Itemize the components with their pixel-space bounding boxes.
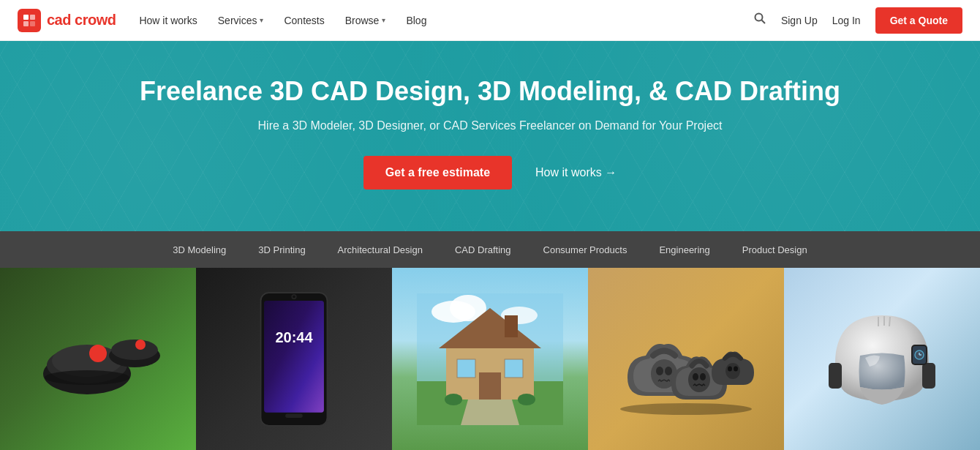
how-it-works-link[interactable]: How it works → [535,166,617,179]
svg-point-4 [755,14,762,21]
signup-link[interactable]: Sign Up [781,15,818,26]
svg-point-39 [688,367,710,392]
category-product-design[interactable]: Product Design [726,231,823,268]
svg-rect-34 [505,315,518,337]
gallery: 20:44 [0,268,980,450]
category-3d-modeling[interactable]: 3D Modeling [157,231,242,268]
svg-rect-20 [285,413,303,417]
svg-point-41 [700,373,706,380]
hero-subtitle: Hire a 3D Modeler, 3D Designer, or CAD S… [258,119,723,132]
svg-rect-0 [23,15,29,20]
search-icon[interactable] [753,12,766,29]
svg-point-43 [728,366,732,371]
logo[interactable]: cad crowd [18,9,116,32]
category-bar: 3D Modeling 3D Printing Architectural De… [0,231,980,268]
category-3d-printing[interactable]: 3D Printing [242,231,321,268]
logo-icon [18,9,41,32]
gallery-item-product-design[interactable] [784,268,980,450]
svg-rect-29 [505,359,523,378]
hero-title: Freelance 3D CAD Design, 3D Modeling, & … [140,75,840,107]
svg-rect-45 [922,363,935,389]
gallery-item-consumer-products[interactable] [588,268,784,450]
category-cad-drafting[interactable]: CAD Drafting [439,231,527,268]
svg-point-12 [111,340,158,360]
hero-actions: Get a free estimate How it works → [363,156,617,190]
nav-blog[interactable]: Blog [406,15,426,26]
svg-point-44 [734,366,738,371]
category-engineering[interactable]: Engineering [643,231,725,268]
svg-point-32 [445,394,462,405]
svg-rect-30 [479,372,501,400]
svg-point-35 [620,403,752,415]
svg-text:20:44: 20:44 [275,329,313,345]
chevron-down-icon: ▾ [260,16,263,24]
nav-links: How it works Services ▾ Contests Browse … [139,15,753,26]
get-quote-button[interactable]: Get a Quote [875,7,962,34]
nav-services[interactable]: Services ▾ [218,15,264,26]
nav-contests[interactable]: Contests [284,15,324,26]
svg-marker-31 [461,400,519,425]
navbar: cad crowd How it works Services ▾ Contes… [0,0,980,41]
nav-right: Sign Up Log In Get a Quote [753,7,962,34]
svg-line-49 [889,317,890,326]
svg-rect-16 [264,301,324,413]
svg-rect-1 [30,15,35,20]
svg-point-42 [725,363,740,379]
svg-rect-28 [457,359,475,378]
svg-rect-3 [30,21,35,26]
nav-how-it-works[interactable]: How it works [139,15,197,26]
hero-section: Freelance 3D CAD Design, 3D Modeling, & … [0,41,980,231]
svg-point-19 [293,295,295,298]
svg-point-38 [665,367,672,375]
svg-point-10 [45,370,129,385]
gallery-item-architectural[interactable] [392,268,588,450]
chevron-down-icon: ▾ [382,16,385,24]
svg-point-13 [135,340,146,350]
svg-rect-2 [23,21,29,26]
free-estimate-button[interactable]: Get a free estimate [363,156,512,190]
svg-point-9 [89,345,107,362]
category-consumer-products[interactable]: Consumer Products [527,231,644,268]
gallery-item-3d-printing[interactable]: 20:44 [196,268,392,450]
svg-line-5 [761,20,765,24]
svg-point-40 [693,373,698,380]
svg-rect-46 [829,363,842,389]
category-architectural-design[interactable]: Architectural Design [322,231,439,268]
logo-text: cad crowd [47,12,116,29]
svg-point-37 [656,367,663,375]
login-link[interactable]: Log In [832,15,861,26]
gallery-item-3d-modeling[interactable] [0,268,196,450]
nav-browse[interactable]: Browse ▾ [345,15,386,26]
svg-point-33 [518,394,535,405]
